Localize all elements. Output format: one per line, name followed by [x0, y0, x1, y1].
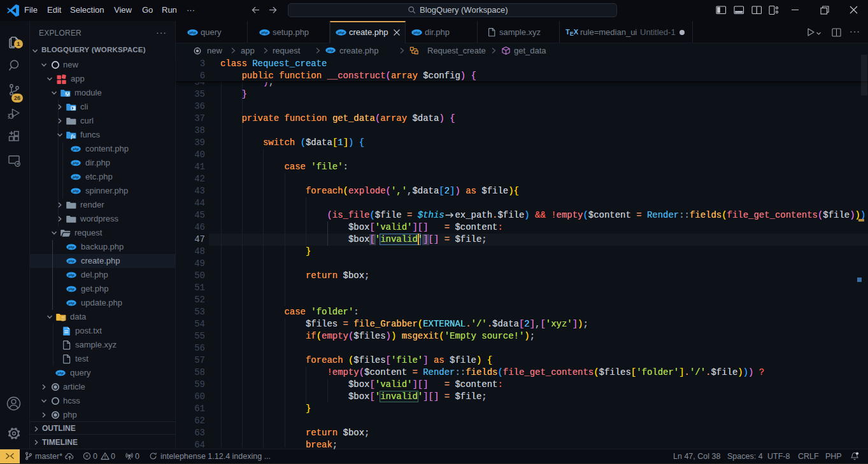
- svg-text:php: php: [68, 287, 74, 291]
- svg-text:php: php: [260, 31, 268, 34]
- svg-text:fx: fx: [71, 133, 76, 139]
- svg-text:php: php: [72, 161, 78, 165]
- svg-text:php: php: [72, 147, 78, 151]
- svg-text:php: php: [68, 245, 74, 249]
- svg-text:php: php: [413, 31, 420, 34]
- svg-text:php: php: [68, 301, 74, 305]
- svg-text:php: php: [72, 175, 78, 179]
- svg-text:php: php: [68, 259, 74, 263]
- svg-text:php: php: [57, 371, 63, 375]
- svg-text:php: php: [72, 189, 78, 193]
- svg-text:php: php: [189, 31, 196, 34]
- svg-text:php: php: [68, 273, 74, 277]
- svg-text:php: php: [327, 48, 333, 52]
- svg-text:php: php: [337, 31, 345, 34]
